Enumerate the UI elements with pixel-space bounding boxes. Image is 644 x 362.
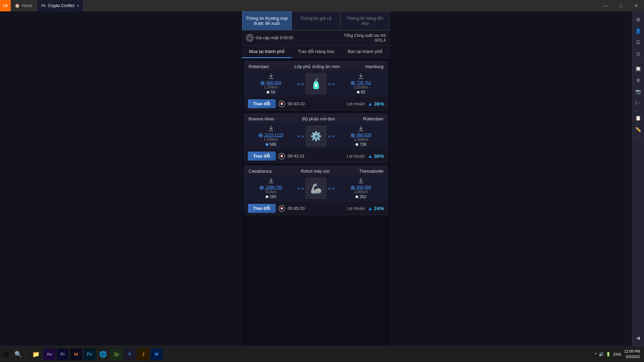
trade-to-city-2: Rotterdam [363, 116, 383, 121]
download-icon-to-2 [336, 125, 386, 131]
svg-point-7 [351, 81, 355, 85]
trade-card-2-header: Buenos Aires Bộ phận mô-đun Rotterdam [245, 114, 387, 123]
menu-icon[interactable]: ☰ [633, 37, 644, 48]
trade-list: Rotterdam Lớp phủ chống ăn mòn Hamburg [242, 58, 390, 341]
from-price-3[interactable]: 1098,795 [246, 185, 296, 190]
search-button[interactable]: 🔍 [12, 348, 24, 360]
from-price-1[interactable]: 886,839 [246, 80, 296, 85]
resize-icon[interactable]: 🔲 [633, 63, 644, 74]
trade-card-3-body: 1098,795 433km 283 » » 🦾 » » [245, 175, 387, 202]
from-dist-3: 433km [246, 190, 296, 194]
clipboard-icon[interactable]: 📋 [633, 113, 644, 123]
svg-point-20 [352, 187, 354, 188]
home-icon: 🏠 [15, 3, 20, 8]
close-button[interactable]: ✕ [629, 0, 644, 11]
maximize-button[interactable]: □ [613, 0, 629, 11]
trade-time-1: 00:43:10 [288, 101, 305, 106]
to-price-2[interactable]: 886,839 [336, 133, 386, 137]
taskbar-word-icon[interactable]: W [151, 348, 163, 360]
trade-btn-2[interactable]: Trao đổi [248, 152, 276, 161]
to-stock-3: 352 [336, 194, 386, 199]
tab-suggested[interactable]: Thông tin thương mại được đề xuất [242, 11, 291, 30]
svg-point-13 [351, 134, 355, 137]
from-stock-3: 283 [246, 194, 296, 199]
volume-icon[interactable]: 🔋 [606, 352, 611, 357]
tab-close-icon[interactable]: ✕ [76, 4, 79, 8]
svg-point-10 [259, 134, 262, 137]
to-price-3[interactable]: 950,488 [336, 185, 386, 190]
minimize-button[interactable]: — [598, 0, 613, 11]
trade-card-3-header: Casablanca Robot máy xúc Thessaloniki [245, 166, 387, 175]
arrow-6: » » [328, 186, 334, 191]
taskbar-jv-icon[interactable]: J [137, 348, 149, 360]
to-stock-1: 80 [336, 90, 386, 95]
from-price-2[interactable]: 1025,1115 [246, 133, 296, 137]
trade-card-1-body: 886,839 1,359km 59 » » 🧴 [245, 70, 387, 97]
ldplayer-logo[interactable]: LD [0, 0, 11, 11]
taskbar-app-icons: 📁 Ae Pr Id Ps 🌐 Zp K J W [27, 348, 165, 360]
sub-tab-exchange[interactable]: Trao đổi Hàng hóa [291, 46, 341, 58]
taskbar-kl-icon[interactable]: K [124, 348, 136, 360]
lang-label[interactable]: ENG [613, 352, 622, 356]
trade-card-3: Casablanca Robot máy xúc Thessaloniki [244, 166, 388, 215]
trade-to-city-1: Hamburg [366, 64, 383, 69]
arrow-4: » » [328, 133, 334, 139]
taskbar-pr-icon[interactable]: Pr [57, 348, 69, 360]
collapse-icon[interactable]: ◀ [633, 333, 644, 343]
toolbar-separator-1 [634, 61, 642, 61]
tab-price[interactable]: Thông tin giá cả [291, 11, 341, 30]
sync-icon[interactable]: Z↔ [633, 98, 644, 108]
to-stock-2: 739 [336, 142, 386, 147]
trade-from-city-3: Casablanca [249, 169, 272, 174]
trade-card-3-footer: Trao đổi ⏰ 00:45:20 Lợi nhuận ▲ 24% [245, 202, 387, 215]
capacity-label: Tổng Công suất lưu trữ [344, 33, 386, 38]
user-icon[interactable]: 👤 [633, 25, 644, 36]
stock-dot-1 [267, 91, 269, 94]
arrow-5: » » [298, 186, 304, 191]
network-icon[interactable]: 🔊 [599, 352, 604, 357]
trade-item-name-1: Lớp phủ chống ăn mòn [294, 64, 340, 69]
trade-btn-3[interactable]: Trao đổi [248, 204, 276, 213]
tab-stock[interactable]: Thông tin hàng tồn kho [340, 11, 390, 30]
tab-crypto-conflict[interactable]: 🎮 Crypto Conflict ✕ [37, 0, 84, 11]
sub-tab-sell[interactable]: Bán tại thành phố [340, 46, 390, 58]
to-price-1[interactable]: 736,751 [336, 80, 386, 85]
info-bar: Giá cập nhật ở 00:00 Tổng Công suất lưu … [242, 31, 390, 46]
to-city-area-3: 950,488 2,465km 352 [336, 178, 386, 199]
profit-label-2: Lợi nhuận [347, 154, 365, 159]
sub-tab-buy[interactable]: Mua tại thành phố [242, 46, 291, 58]
window-controls: — □ ✕ [598, 0, 644, 11]
toolbar-separator-2 [634, 110, 642, 111]
item-img-2: ⚙️ [305, 125, 327, 147]
trade-card-1-header: Rotterdam Lớp phủ chống ăn mòn Hamburg [245, 61, 387, 70]
profit-label-3: Lợi nhuận [347, 206, 365, 211]
trade-btn-1[interactable]: Trao đổi [248, 99, 276, 108]
arrow-2: » » [328, 81, 334, 86]
update-time-label: Giá cập nhật ở 00:00 [256, 36, 293, 40]
edit-icon[interactable]: ✏️ [633, 124, 644, 135]
profit-arrow-1: ▲ [368, 101, 373, 107]
trade-from-city-1: Rotterdam [249, 64, 269, 69]
close-icon[interactable]: ⊗ [633, 75, 644, 85]
camera-icon[interactable]: 📷 [633, 86, 644, 97]
capacity-area: Tổng Công suất lưu trữ 0/31,4 [344, 33, 386, 43]
taskbar-zip-icon[interactable]: Zp [110, 348, 122, 360]
taskbar-ae-icon[interactable]: Ae [43, 348, 55, 360]
svg-point-5 [262, 82, 263, 84]
tab-home[interactable]: 🏠 Home [11, 0, 37, 11]
clock-date: 3/3/2022 [624, 354, 640, 359]
game-icon: 🎮 [41, 3, 46, 8]
download-icon-to-3 [336, 178, 386, 184]
download-icon-to-1 [336, 73, 386, 79]
taskbar-explorer-icon[interactable]: 📁 [30, 348, 42, 360]
taskbar-ps-icon[interactable]: Ps [84, 348, 96, 360]
chevron-icon[interactable]: ^ [595, 352, 597, 357]
taskbar-clock[interactable]: 12:09 PM 3/3/2022 [624, 349, 640, 359]
start-button[interactable]: ⊞ [0, 348, 12, 360]
taskbar-id-icon[interactable]: Id [70, 348, 82, 360]
trade-time-2: 00:42:31 [288, 154, 305, 159]
toolbar-separator-3 [634, 137, 642, 137]
taskbar-browser-icon[interactable]: 🌐 [97, 348, 109, 360]
layout-icon[interactable]: ⊡ [633, 48, 644, 59]
grid-icon[interactable]: ⊞ [633, 14, 644, 25]
